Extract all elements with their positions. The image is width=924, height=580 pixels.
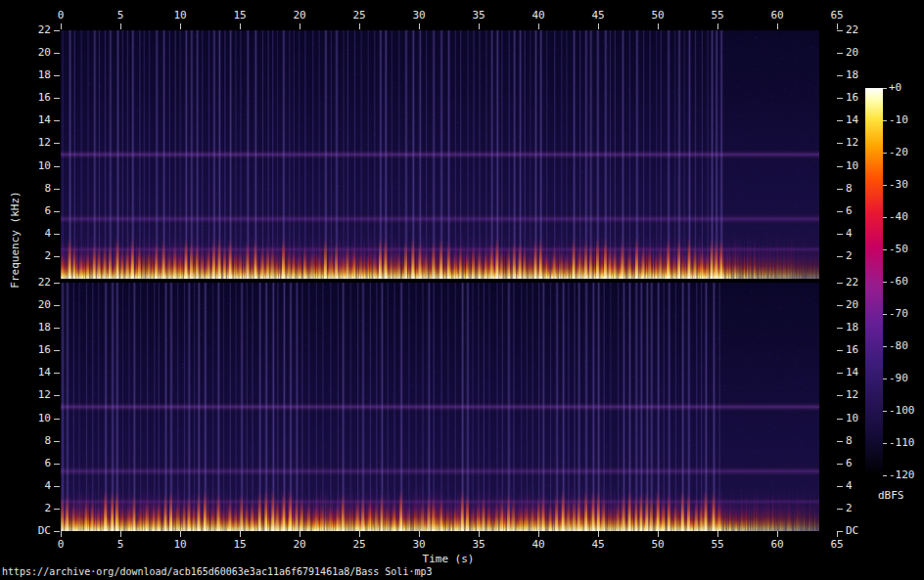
freq-tick-left bbox=[54, 531, 60, 532]
source-url: https://archive·org/download/acb165d6006… bbox=[2, 566, 433, 578]
colorbar-tick bbox=[883, 346, 887, 347]
freq-tick-label-left: 14 bbox=[38, 367, 51, 379]
time-tick-top bbox=[419, 23, 420, 29]
freq-tick-left bbox=[54, 486, 60, 487]
time-tick-label-bottom: 40 bbox=[531, 539, 544, 551]
time-tick-label-top: 45 bbox=[591, 10, 604, 22]
colorbar-tick bbox=[883, 249, 887, 250]
time-tick-top bbox=[598, 23, 599, 29]
time-tick-top bbox=[120, 23, 121, 29]
time-tick-label-bottom: 5 bbox=[117, 539, 124, 551]
freq-tick-label-right: 20 bbox=[846, 47, 858, 59]
freq-tick-label-right: 4 bbox=[846, 480, 853, 492]
freq-tick-right bbox=[837, 328, 843, 329]
colorbar-tick bbox=[883, 475, 887, 476]
freq-tick-label-right: 6 bbox=[846, 205, 853, 217]
freq-tick-right bbox=[837, 120, 843, 121]
freq-tick-label-left: 6 bbox=[44, 458, 51, 469]
freq-tick-left bbox=[54, 395, 60, 396]
time-tick-label-bottom: 20 bbox=[293, 539, 305, 551]
time-tick-label-bottom: 10 bbox=[173, 539, 186, 551]
freq-tick-left bbox=[54, 211, 60, 212]
time-tick-top bbox=[180, 23, 181, 29]
freq-tick-right bbox=[837, 211, 843, 212]
time-tick-label-top: 5 bbox=[117, 10, 124, 22]
time-tick-label-bottom: 65 bbox=[830, 539, 843, 551]
colorbar-tick-label: -90 bbox=[889, 373, 908, 384]
freq-tick-right bbox=[837, 441, 843, 442]
freq-tick-label-left: 4 bbox=[44, 228, 51, 240]
colorbar-tick bbox=[883, 217, 887, 218]
time-tick-label-bottom: 50 bbox=[651, 539, 664, 551]
freq-tick-right bbox=[837, 189, 843, 190]
time-tick-bottom bbox=[479, 531, 480, 537]
colorbar-tick bbox=[883, 379, 887, 379]
freq-tick-label-left: 18 bbox=[38, 322, 51, 334]
time-tick-bottom bbox=[538, 531, 539, 537]
time-tick-label-bottom: 15 bbox=[233, 539, 246, 551]
freq-tick-right bbox=[837, 234, 843, 235]
freq-axis-label: Frequency (kHz) bbox=[10, 191, 22, 288]
freq-tick-label-right: DC bbox=[846, 525, 858, 537]
time-tick-top bbox=[717, 23, 718, 29]
time-tick-label-top: 35 bbox=[472, 10, 485, 22]
freq-tick-label-right: 20 bbox=[846, 299, 858, 311]
freq-tick-label-left: 6 bbox=[44, 205, 51, 217]
freq-tick-right bbox=[837, 305, 843, 306]
colorbar-tick-label: -50 bbox=[889, 244, 908, 255]
freq-tick-label-right: 10 bbox=[846, 160, 858, 172]
freq-tick-right bbox=[837, 30, 843, 31]
freq-tick-label-left: 16 bbox=[38, 344, 51, 356]
time-tick-label-bottom: 45 bbox=[591, 539, 604, 551]
freq-tick-label-right: 4 bbox=[846, 228, 853, 240]
freq-tick-left bbox=[54, 419, 60, 420]
time-tick-top bbox=[538, 23, 539, 29]
freq-tick-label-right: 10 bbox=[846, 413, 858, 424]
freq-tick-label-left: 12 bbox=[38, 137, 51, 149]
time-tick-bottom bbox=[120, 531, 121, 537]
time-tick-bottom bbox=[658, 531, 659, 537]
colorbar-tick-label: -10 bbox=[889, 114, 908, 126]
freq-tick-label-left: 16 bbox=[38, 92, 51, 104]
time-tick-bottom bbox=[300, 531, 300, 537]
freq-tick-right bbox=[837, 395, 843, 396]
freq-tick-left bbox=[54, 30, 60, 31]
time-tick-top bbox=[359, 23, 360, 29]
freq-tick-right bbox=[837, 98, 843, 99]
freq-tick-right bbox=[837, 283, 843, 284]
freq-tick-left bbox=[54, 464, 60, 465]
time-tick-label-top: 50 bbox=[651, 10, 664, 22]
freq-tick-right bbox=[837, 373, 843, 374]
time-tick-bottom bbox=[180, 531, 181, 537]
freq-tick-label-right: 16 bbox=[846, 344, 858, 356]
freq-tick-right bbox=[837, 53, 843, 54]
spectrogram-figure: Frequency (kHz) dBFS Time (s) https://ar… bbox=[0, 0, 924, 580]
freq-tick-label-right: 18 bbox=[846, 69, 858, 81]
colorbar-tick-label: -120 bbox=[889, 469, 915, 481]
freq-tick-label-left: 4 bbox=[44, 480, 51, 492]
freq-tick-label-right: 8 bbox=[846, 183, 853, 195]
time-tick-bottom bbox=[717, 531, 718, 537]
colorbar-tick-label: -60 bbox=[889, 276, 908, 288]
time-tick-label-bottom: 60 bbox=[770, 539, 783, 551]
freq-tick-left bbox=[54, 189, 60, 190]
freq-tick-left bbox=[54, 53, 60, 54]
time-tick-label-top: 10 bbox=[173, 10, 186, 22]
colorbar-tick bbox=[883, 282, 887, 283]
time-tick-label-top: 15 bbox=[233, 10, 246, 22]
time-tick-bottom bbox=[240, 531, 241, 537]
freq-tick-left bbox=[54, 283, 60, 284]
time-tick-top bbox=[777, 23, 778, 29]
freq-tick-label-left: 20 bbox=[38, 47, 51, 59]
freq-tick-label-right: 22 bbox=[846, 24, 858, 36]
colorbar-tick bbox=[883, 314, 887, 315]
time-tick-top bbox=[300, 23, 300, 29]
time-tick-label-bottom: 0 bbox=[58, 539, 65, 551]
colorbar-tick bbox=[883, 185, 887, 186]
spectrogram-channel-2 bbox=[61, 283, 837, 531]
freq-tick-right bbox=[837, 143, 843, 144]
colorbar-tick-label: -40 bbox=[889, 211, 908, 223]
colorbar-tick bbox=[883, 88, 887, 89]
freq-tick-label-left: 10 bbox=[38, 160, 51, 172]
freq-tick-left bbox=[54, 166, 60, 167]
